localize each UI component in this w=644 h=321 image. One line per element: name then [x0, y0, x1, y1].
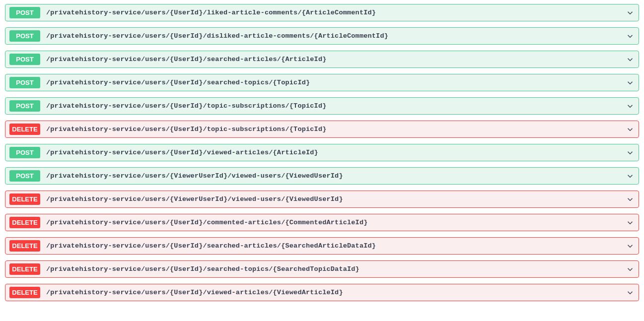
method-badge: POST [9, 170, 40, 182]
method-badge: DELETE [9, 124, 40, 135]
endpoint-path: /privatehistory-service/users/{ViewerUse… [46, 195, 626, 203]
endpoint-path: /privatehistory-service/users/{UserId}/s… [46, 56, 626, 63]
chevron-down-icon[interactable] [626, 55, 635, 64]
endpoint-list: POST/privatehistory-service/users/{UserI… [5, 4, 639, 301]
endpoint-row[interactable]: POST/privatehistory-service/users/{UserI… [5, 97, 639, 115]
endpoint-row[interactable]: POST/privatehistory-service/users/{UserI… [5, 4, 639, 21]
endpoint-row[interactable]: DELETE/privatehistory-service/users/{Use… [5, 284, 639, 301]
endpoint-path: /privatehistory-service/users/{UserId}/v… [46, 289, 626, 296]
method-badge: DELETE [9, 287, 40, 298]
chevron-down-icon[interactable] [626, 242, 635, 251]
method-badge: DELETE [9, 217, 40, 228]
endpoint-path: /privatehistory-service/users/{UserId}/t… [46, 126, 626, 133]
endpoint-path: /privatehistory-service/users/{UserId}/s… [46, 242, 626, 250]
chevron-down-icon[interactable] [626, 125, 635, 134]
endpoint-row[interactable]: POST/privatehistory-service/users/{UserI… [5, 74, 639, 91]
endpoint-path: /privatehistory-service/users/{UserId}/d… [46, 32, 626, 40]
chevron-down-icon[interactable] [626, 288, 635, 297]
endpoint-row[interactable]: DELETE/privatehistory-service/users/{Use… [5, 237, 639, 255]
endpoint-path: /privatehistory-service/users/{ViewerUse… [46, 172, 626, 180]
endpoint-path: /privatehistory-service/users/{UserId}/l… [46, 9, 626, 16]
method-badge: POST [9, 30, 40, 42]
chevron-down-icon[interactable] [626, 195, 635, 204]
method-badge: POST [9, 54, 40, 65]
endpoint-row[interactable]: POST/privatehistory-service/users/{UserI… [5, 27, 639, 45]
endpoint-row[interactable]: POST/privatehistory-service/users/{Viewe… [5, 167, 639, 185]
endpoint-path: /privatehistory-service/users/{UserId}/c… [46, 219, 626, 226]
chevron-down-icon[interactable] [626, 78, 635, 87]
method-badge: POST [9, 7, 40, 18]
chevron-down-icon[interactable] [626, 148, 635, 157]
endpoint-path: /privatehistory-service/users/{UserId}/s… [46, 265, 626, 273]
method-badge: POST [9, 147, 40, 158]
chevron-down-icon[interactable] [626, 218, 635, 227]
method-badge: POST [9, 100, 40, 112]
endpoint-path: /privatehistory-service/users/{UserId}/v… [46, 149, 626, 156]
method-badge: DELETE [9, 263, 40, 275]
endpoint-row[interactable]: POST/privatehistory-service/users/{UserI… [5, 51, 639, 68]
endpoint-path: /privatehistory-service/users/{UserId}/t… [46, 102, 626, 110]
chevron-down-icon[interactable] [626, 32, 635, 41]
endpoint-row[interactable]: POST/privatehistory-service/users/{UserI… [5, 144, 639, 161]
chevron-down-icon[interactable] [626, 102, 635, 111]
method-badge: DELETE [9, 240, 40, 252]
endpoint-row[interactable]: DELETE/privatehistory-service/users/{Use… [5, 121, 639, 138]
endpoint-row[interactable]: DELETE/privatehistory-service/users/{Use… [5, 214, 639, 231]
method-badge: DELETE [9, 193, 40, 205]
chevron-down-icon[interactable] [626, 265, 635, 274]
method-badge: POST [9, 77, 40, 88]
endpoint-row[interactable]: DELETE/privatehistory-service/users/{Vie… [5, 191, 639, 208]
endpoint-path: /privatehistory-service/users/{UserId}/s… [46, 79, 626, 86]
chevron-down-icon[interactable] [626, 8, 635, 17]
chevron-down-icon[interactable] [626, 172, 635, 181]
endpoint-row[interactable]: DELETE/privatehistory-service/users/{Use… [5, 260, 639, 278]
